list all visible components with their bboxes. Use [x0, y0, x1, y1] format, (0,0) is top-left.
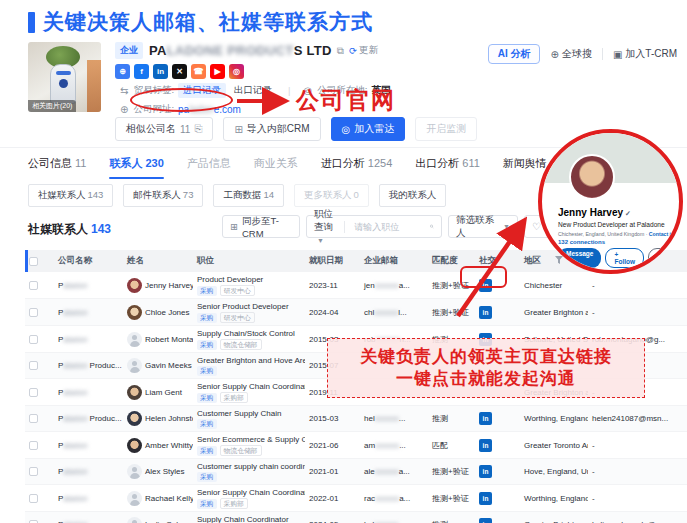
chip-more-contacts[interactable]: 更多联系人0: [294, 184, 369, 207]
tab-products[interactable]: 产品信息: [187, 156, 231, 179]
title-cell: Senior Supply Chain Coordinator采购采购部: [193, 485, 305, 512]
company-cell: Paladon: [54, 485, 123, 512]
trade-label: 贸易标签:: [133, 84, 174, 97]
linkedin-icon[interactable]: in: [479, 465, 492, 478]
facebook-icon[interactable]: f: [134, 64, 149, 79]
social-cell: in: [475, 459, 520, 485]
join-radar-button[interactable]: ◎加入雷达: [331, 117, 406, 141]
row-checkbox[interactable]: [29, 361, 38, 370]
row-checkbox[interactable]: [29, 335, 38, 344]
website-note-text: 公司官网: [296, 85, 396, 116]
email-cell: lydxxxxxx...: [360, 512, 428, 523]
profile-headline: New Product Developer at Paladone: [558, 221, 673, 228]
contact-name[interactable]: Helen Johnstone: [145, 414, 193, 423]
row-checkbox[interactable]: [29, 494, 38, 503]
start-date-cell: 2023-11: [305, 272, 360, 299]
social-icons-row: ⊕fin✕☎▶◎: [115, 64, 390, 79]
chip-label: 工商数据: [223, 189, 261, 200]
x-icon[interactable]: ✕: [172, 64, 187, 79]
title-cell: Senior Product Developer采购研发中心: [193, 299, 305, 326]
heart-icon: ♡: [532, 221, 541, 232]
filter-funnel-icon[interactable]: [555, 256, 563, 264]
profile-name: Jenny Harvey✓: [558, 207, 631, 218]
website-icon[interactable]: ⊕: [115, 64, 130, 79]
row-checkbox[interactable]: [29, 388, 38, 397]
linkedin-icon[interactable]: in: [153, 64, 168, 79]
social-cell: in: [475, 485, 520, 512]
role-tag: 采购: [197, 393, 217, 403]
import-crm-button[interactable]: ⊞导入内部CRM: [223, 117, 320, 141]
column-header: 姓名: [123, 250, 193, 272]
company-website-link[interactable]: paladone.com: [178, 104, 241, 115]
contact-name[interactable]: Robert Monta...: [145, 335, 193, 344]
role-tag: 采购: [197, 446, 217, 456]
tab-import-analysis[interactable]: 进口分析1254: [321, 156, 392, 179]
linkedin-icon[interactable]: in: [479, 412, 492, 425]
contact-name[interactable]: Liam Gent: [145, 388, 182, 397]
email-cell: racxxxxxxa...: [360, 485, 428, 512]
similar-companies-button[interactable]: 相似公司名11⎘: [115, 117, 213, 141]
linkedin-icon[interactable]: in: [479, 492, 492, 505]
extra-email-cell: -: [588, 299, 687, 326]
search-icon[interactable]: [430, 222, 434, 231]
chip-my-contacts[interactable]: 我的联系人: [379, 184, 447, 207]
company-photo[interactable]: 相关图片(20): [28, 42, 101, 112]
contact-name[interactable]: Gavin Meeks: [145, 361, 192, 370]
email-redacted: xxxxxx: [375, 281, 399, 290]
phone-icon[interactable]: ☎: [191, 64, 206, 79]
profile-connections[interactable]: 132 connections: [558, 239, 605, 245]
contact-name[interactable]: Rachael Kelly: [145, 494, 193, 503]
row-checkbox[interactable]: [29, 281, 38, 290]
start-date-cell: 2021-06: [305, 432, 360, 459]
row-checkbox[interactable]: [29, 308, 38, 317]
row-checkbox[interactable]: [29, 414, 38, 423]
start-monitor-button[interactable]: 开启监测: [415, 117, 477, 141]
youtube-icon[interactable]: ▶: [210, 64, 225, 79]
row-checkbox-cell: [25, 512, 54, 523]
join-tcrm-button[interactable]: ▣加入T-CRM: [613, 47, 677, 61]
linkedin-icon[interactable]: in: [479, 439, 492, 452]
note-line-2: 一键点击就能发起沟通: [396, 369, 576, 389]
role-tag: 采购: [197, 419, 217, 429]
website-label: 公司网址:: [133, 103, 174, 116]
position-query-dropdown[interactable]: 职位查询▼: [314, 208, 334, 245]
follow-button[interactable]: + Follow: [605, 248, 644, 268]
table-row: PaladonLydia ColasurdoSupply Chain Coord…: [25, 512, 687, 523]
export-records-tag[interactable]: 出口记录: [234, 84, 272, 97]
row-checkbox[interactable]: [29, 467, 38, 476]
contact-name[interactable]: Amber Whitty: [145, 441, 193, 450]
tab-label: 进口分析: [321, 157, 365, 169]
title-cell: Customer supply chain coordinator采购: [193, 459, 305, 485]
filter-contacts-dropdown[interactable]: 筛选联系人▼: [448, 215, 518, 238]
chip-social-contacts[interactable]: 社媒联系人143: [28, 184, 113, 207]
row-checkbox[interactable]: [29, 441, 38, 450]
chip-email-contacts[interactable]: 邮件联系人73: [123, 184, 203, 207]
tab-business-relation[interactable]: 商业关系: [254, 156, 298, 179]
contact-name[interactable]: Jenny Harvey: [145, 281, 193, 290]
company-cell: Paladon: [54, 379, 123, 406]
global-search-button[interactable]: ⊕全球搜: [550, 47, 591, 61]
globe-search-icon: ⊕: [550, 49, 558, 60]
refresh-button[interactable]: ⟳更新: [349, 44, 378, 57]
tab-contacts[interactable]: 联系人230: [109, 156, 163, 179]
ai-analysis-button[interactable]: AI 分析: [488, 44, 541, 64]
linkedin-icon[interactable]: in: [479, 306, 492, 319]
company-redacted: aladon: [63, 335, 87, 344]
linkedin-icon[interactable]: in: [479, 279, 492, 292]
name-cell: Robert Monta...: [123, 326, 193, 353]
social-cell: in: [475, 432, 520, 459]
sync-tcrm-button[interactable]: ⊞同步至T-CRM: [222, 215, 300, 238]
select-all-checkbox[interactable]: [29, 257, 38, 266]
instagram-icon[interactable]: ◎: [229, 64, 244, 79]
chip-label: 社媒联系人: [38, 189, 86, 200]
tab-company-info[interactable]: 公司信息11: [28, 156, 86, 179]
linkedin-icon[interactable]: in: [479, 518, 492, 523]
import-records-tag[interactable]: 进口记录: [178, 83, 226, 98]
copy-icon[interactable]: ⧉: [337, 45, 344, 57]
chip-business-data[interactable]: 工商数据14: [213, 184, 284, 207]
contact-name[interactable]: Alex Styles: [145, 467, 185, 476]
tab-export-analysis[interactable]: 出口分析611: [415, 156, 480, 179]
contact-name[interactable]: Chloe Jones: [145, 308, 189, 317]
position-search-input[interactable]: [354, 222, 426, 232]
contact-info-link[interactable]: Contact info: [649, 231, 679, 237]
